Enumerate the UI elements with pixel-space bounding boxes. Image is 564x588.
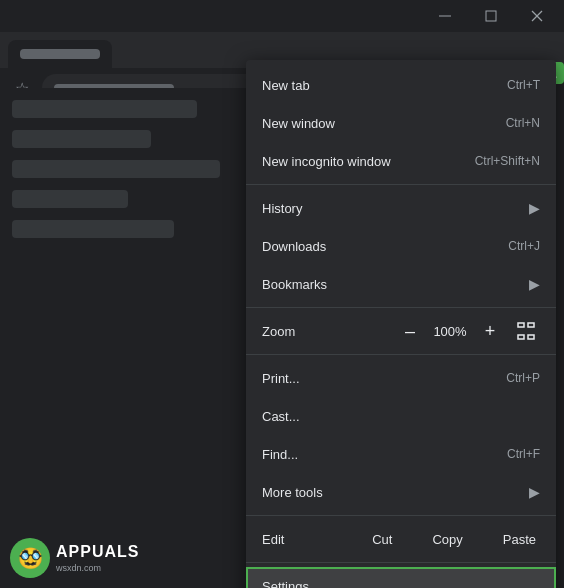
new-tab-label: New tab <box>262 78 507 93</box>
menu-item-print[interactable]: Print... Ctrl+P <box>246 359 556 397</box>
title-bar <box>0 0 564 32</box>
restore-button[interactable] <box>468 0 514 32</box>
copy-button[interactable]: Copy <box>412 520 482 558</box>
svg-rect-7 <box>528 335 534 339</box>
find-label: Find... <box>262 447 507 462</box>
content-block-3 <box>12 160 220 178</box>
new-window-shortcut: Ctrl+N <box>506 116 540 130</box>
menu-item-history[interactable]: History ▶ <box>246 189 556 227</box>
zoom-row: Zoom – 100% + <box>246 312 556 350</box>
more-tools-label: More tools <box>262 485 525 500</box>
history-arrow-icon: ▶ <box>529 200 540 216</box>
dropdown-menu: New tab Ctrl+T New window Ctrl+N New inc… <box>246 60 556 588</box>
zoom-label: Zoom <box>262 324 396 339</box>
menu-item-cast[interactable]: Cast... <box>246 397 556 435</box>
svg-rect-0 <box>439 16 451 17</box>
close-button[interactable] <box>514 0 560 32</box>
downloads-shortcut: Ctrl+J <box>508 239 540 253</box>
content-block-2 <box>12 130 151 148</box>
cast-label: Cast... <box>262 409 540 424</box>
content-block-4 <box>12 190 128 208</box>
watermark: 🥸 APPUALS wsxdn.com <box>10 538 139 578</box>
menu-item-new-window[interactable]: New window Ctrl+N <box>246 104 556 142</box>
new-incognito-label: New incognito window <box>262 154 475 169</box>
zoom-controls: – 100% + <box>396 317 504 345</box>
edit-label: Edit <box>262 532 352 547</box>
minimize-button[interactable] <box>422 0 468 32</box>
bookmarks-arrow-icon: ▶ <box>529 276 540 292</box>
watermark-text: APPUALS <box>56 543 139 561</box>
svg-rect-6 <box>518 335 524 339</box>
zoom-value: 100% <box>432 324 468 339</box>
settings-label: Settings <box>262 579 540 589</box>
menu-item-downloads[interactable]: Downloads Ctrl+J <box>246 227 556 265</box>
more-tools-arrow-icon: ▶ <box>529 484 540 500</box>
zoom-minus-button[interactable]: – <box>396 317 424 345</box>
paste-button[interactable]: Paste <box>483 520 556 558</box>
watermark-icon: 🥸 <box>10 538 50 578</box>
content-block-1 <box>12 100 197 118</box>
divider-2 <box>246 307 556 308</box>
downloads-label: Downloads <box>262 239 508 254</box>
watermark-sub: wsxdn.com <box>56 563 139 573</box>
menu-item-settings[interactable]: Settings 2 <box>246 567 556 588</box>
print-label: Print... <box>262 371 506 386</box>
menu-item-find[interactable]: Find... Ctrl+F <box>246 435 556 473</box>
new-tab-shortcut: Ctrl+T <box>507 78 540 92</box>
divider-4 <box>246 515 556 516</box>
svg-rect-1 <box>486 11 496 21</box>
svg-rect-4 <box>518 323 524 327</box>
find-shortcut: Ctrl+F <box>507 447 540 461</box>
tab-blurred-content <box>20 49 100 59</box>
divider-3 <box>246 354 556 355</box>
menu-item-more-tools[interactable]: More tools ▶ <box>246 473 556 511</box>
divider-5 <box>246 562 556 563</box>
zoom-fullscreen-button[interactable] <box>512 317 540 345</box>
new-incognito-shortcut: Ctrl+Shift+N <box>475 154 540 168</box>
divider-1 <box>246 184 556 185</box>
menu-item-new-tab[interactable]: New tab Ctrl+T <box>246 66 556 104</box>
history-label: History <box>262 201 525 216</box>
active-tab[interactable] <box>8 40 112 68</box>
bookmarks-label: Bookmarks <box>262 277 525 292</box>
content-block-5 <box>12 220 174 238</box>
print-shortcut: Ctrl+P <box>506 371 540 385</box>
menu-item-bookmarks[interactable]: Bookmarks ▶ <box>246 265 556 303</box>
cut-button[interactable]: Cut <box>352 520 412 558</box>
new-window-label: New window <box>262 116 506 131</box>
edit-row: Edit Cut Copy Paste <box>246 520 556 558</box>
menu-item-new-incognito[interactable]: New incognito window Ctrl+Shift+N <box>246 142 556 180</box>
zoom-plus-button[interactable]: + <box>476 317 504 345</box>
browser-content <box>0 88 255 588</box>
svg-rect-5 <box>528 323 534 327</box>
